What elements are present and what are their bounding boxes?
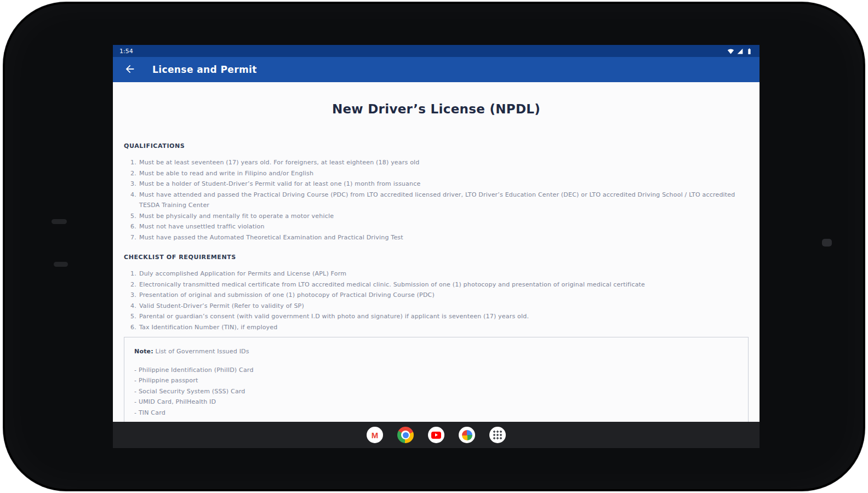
cellular-signal-icon: [736, 48, 744, 55]
checklist-item: Duly accomplished Application for Permit…: [130, 268, 749, 279]
note-box: Note: List of Government Issued IDs Phil…: [124, 337, 749, 422]
status-time: 1:54: [119, 48, 133, 55]
app-grid-dots: [493, 430, 502, 440]
qualification-item: Must not have unsettled traffic violatio…: [130, 221, 749, 232]
government-id-item: TIN Card: [134, 408, 738, 419]
qualification-item: Must be a holder of Student-Driver’s Per…: [130, 179, 749, 190]
screen: 1:54 License and Permit: [113, 45, 760, 448]
power-button: [822, 239, 832, 246]
checklist-item: Tax Identification Number (TIN), if empl…: [130, 322, 749, 333]
dock: M: [113, 422, 760, 448]
volume-up-button: [52, 219, 67, 224]
google-photos-icon[interactable]: [459, 427, 475, 443]
volume-down-button: [54, 262, 68, 267]
app-bar-title: License and Permit: [152, 64, 257, 75]
qualification-item: Must be physically and mentally fit to o…: [130, 211, 749, 222]
gmail-icon[interactable]: M: [367, 427, 383, 443]
checklist-item: Valid Student-Driver’s Permit (Refer to …: [130, 301, 749, 312]
government-id-item: Philippine passport: [134, 375, 738, 386]
qualification-item: Must be at least seventeen (17) years ol…: [130, 157, 749, 168]
government-id-item: Philippine Identification (PhilID) Card: [134, 365, 738, 376]
qualifications-heading: QUALIFICATIONS: [124, 142, 749, 150]
qualification-item: Must be able to read and write in Filipi…: [130, 168, 749, 179]
youtube-icon[interactable]: [428, 427, 444, 443]
back-button[interactable]: [123, 62, 137, 77]
content-scroll-area[interactable]: New Driver’s License (NPDL) QUALIFICATIO…: [113, 82, 760, 422]
government-id-item: UMID Card, PhilHealth ID: [134, 397, 738, 408]
note-text: List of Government Issued IDs: [156, 348, 249, 355]
status-bar: 1:54: [113, 45, 760, 57]
checklist-heading: CHECKLIST OF REQUIREMENTS: [124, 254, 749, 261]
chrome-icon[interactable]: [397, 427, 414, 443]
status-icons: [727, 48, 753, 55]
checklist-list: Duly accomplished Application for Permit…: [124, 268, 749, 333]
qualification-item: Must have attended and passed the Practi…: [130, 190, 749, 211]
government-id-item: Social Security System (SSS) Card: [134, 386, 738, 397]
battery-icon: [746, 48, 753, 55]
checklist-item: Presentation of original and submission …: [130, 290, 749, 301]
tablet-device: 1:54 License and Permit: [3, 2, 865, 491]
photos-pinwheel: [462, 430, 472, 440]
page-title: New Driver’s License (NPDL): [124, 101, 749, 117]
government-id-list: Philippine Identification (PhilID) CardP…: [134, 365, 738, 419]
note-label: Note:: [134, 348, 153, 355]
section-qualifications: QUALIFICATIONS Must be at least seventee…: [124, 142, 749, 243]
app-bar: License and Permit: [113, 57, 760, 82]
note-line: Note: List of Government Issued IDs: [134, 346, 738, 357]
qualification-item: Must have passed the Automated Theoretic…: [130, 232, 749, 243]
section-checklist: CHECKLIST OF REQUIREMENTS Duly accomplis…: [124, 254, 749, 333]
app-drawer-icon[interactable]: [489, 427, 506, 443]
checklist-item: Parental or guardian’s consent (with val…: [130, 311, 749, 322]
wifi-icon: [727, 48, 734, 55]
checklist-item: Electronically transmitted medical certi…: [130, 279, 749, 290]
qualifications-list: Must be at least seventeen (17) years ol…: [124, 157, 749, 243]
back-arrow-icon: [124, 63, 136, 77]
